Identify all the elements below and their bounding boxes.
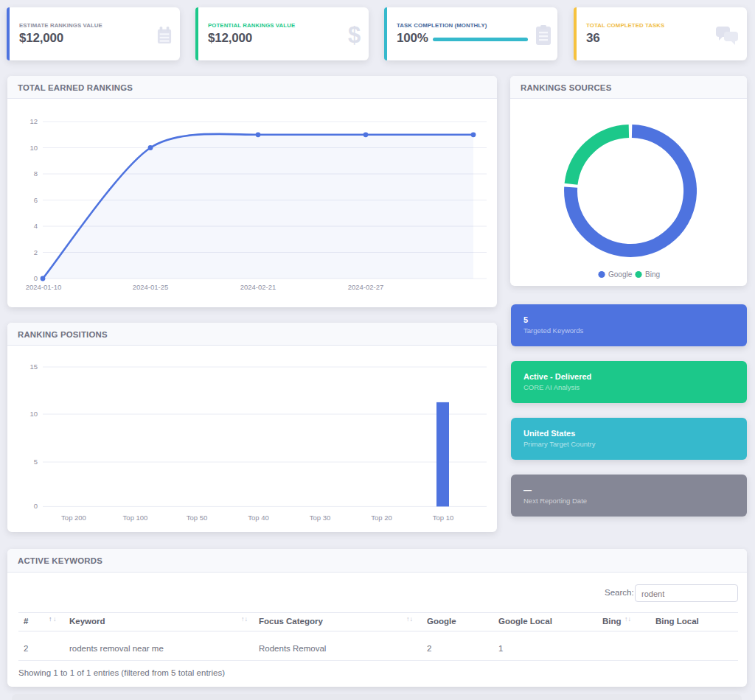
svg-text:Top 20: Top 20 (371, 514, 392, 522)
svg-text:Top 30: Top 30 (310, 514, 331, 522)
svg-text:Top 10: Top 10 (433, 514, 454, 522)
svg-text:0: 0 (34, 502, 38, 510)
svg-text:0: 0 (34, 274, 38, 282)
svg-text:6: 6 (34, 196, 38, 204)
svg-text:10: 10 (29, 144, 38, 152)
svg-text:12: 12 (29, 117, 38, 125)
svg-text:Google: Google (608, 270, 633, 279)
svg-text:5: 5 (34, 458, 38, 466)
svg-text:Top 40: Top 40 (248, 514, 269, 522)
svg-text:8: 8 (34, 169, 38, 178)
svg-text:2024-02-27: 2024-02-27 (348, 283, 384, 291)
svg-text:2024-01-25: 2024-01-25 (133, 283, 169, 291)
svg-text:2: 2 (34, 248, 38, 256)
svg-text:2024-01-10: 2024-01-10 (26, 283, 62, 291)
svg-text:10: 10 (29, 410, 38, 418)
svg-text:Top 50: Top 50 (187, 514, 208, 522)
svg-text:Top 100: Top 100 (123, 514, 148, 522)
svg-text:Bing: Bing (645, 270, 660, 279)
svg-text:4: 4 (34, 222, 38, 230)
svg-text:2024-02-21: 2024-02-21 (240, 283, 276, 291)
svg-text:Top 200: Top 200 (61, 514, 86, 522)
svg-text:15: 15 (29, 363, 38, 371)
